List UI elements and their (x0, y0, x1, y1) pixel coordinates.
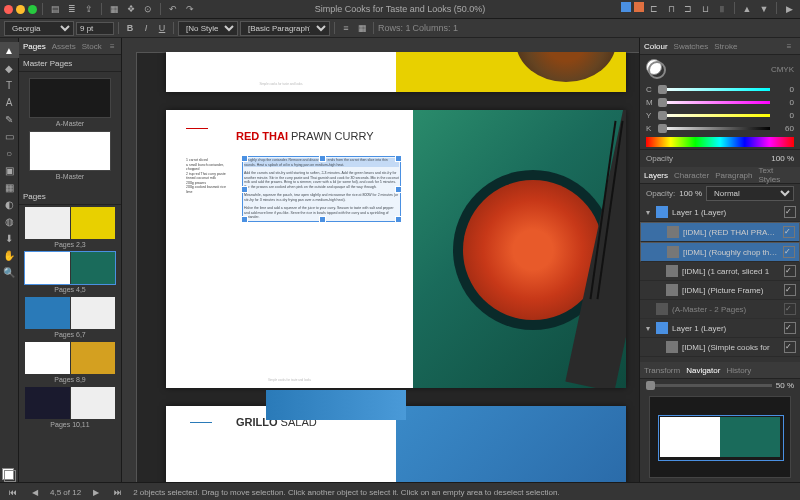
first-page-icon[interactable]: ⏮ (6, 485, 20, 499)
minimize-window-button[interactable] (16, 5, 25, 14)
italic-icon[interactable]: I (139, 21, 153, 35)
distribute-icon[interactable]: ⫴ (715, 2, 729, 16)
magenta-slider[interactable] (658, 101, 770, 104)
font-size-input[interactable] (76, 22, 114, 35)
layer-row[interactable]: [IDML] (Roughly chop the c✓ (640, 242, 800, 262)
bold-icon[interactable]: B (123, 21, 137, 35)
tab-stock[interactable]: Stock (82, 42, 102, 51)
next-page-icon[interactable]: ▶ (89, 485, 103, 499)
layer-row[interactable]: [IDML] (RED THAI PRAWN C✓ (640, 222, 800, 242)
tab-pages[interactable]: Pages (23, 42, 46, 51)
layer-opacity-value[interactable]: 100 % (679, 189, 702, 198)
font-family-select[interactable]: Georgia (4, 21, 74, 36)
transparency-tool[interactable]: ◍ (2, 214, 16, 228)
align-right-icon[interactable]: ⊐ (681, 2, 695, 16)
layer-row[interactable]: [IDML] (1 carrot, sliced 1✓ (640, 262, 800, 281)
snap-icon[interactable]: ❖ (124, 2, 138, 16)
black-slider[interactable]: .slider:nth-of-type(1)::after{left:0} (658, 127, 770, 130)
text-tool-icon[interactable] (621, 2, 631, 12)
ellipse-tool[interactable]: ○ (2, 146, 16, 160)
visibility-checkbox[interactable]: ✓ (784, 341, 796, 353)
export-icon[interactable]: ⇪ (82, 2, 96, 16)
back-icon[interactable]: ▼ (757, 2, 771, 16)
table-tool[interactable]: ▦ (2, 180, 16, 194)
stroke-colour[interactable] (648, 61, 666, 79)
body-text-frame[interactable]: Roughly chop the coriander. Remove and d… (244, 158, 399, 220)
layer-row[interactable]: ▾Layer 1 (Layer)✓ (640, 203, 800, 222)
tab-text-styles[interactable]: Text Styles (759, 166, 797, 184)
spread-2-3[interactable] (25, 207, 115, 239)
disclosure-icon[interactable] (654, 340, 662, 354)
tab-swatches[interactable]: Swatches (674, 42, 709, 51)
panel-menu-icon[interactable]: ≡ (108, 39, 117, 53)
colour-mode[interactable]: CMYK (771, 65, 794, 74)
canvas[interactable]: Simple cooks for taste and looks RED THA… (122, 38, 639, 482)
tab-assets[interactable]: Assets (52, 42, 76, 51)
yellow-slider[interactable] (658, 114, 770, 117)
visibility-checkbox[interactable]: ✓ (784, 206, 796, 218)
visibility-checkbox[interactable]: ✓ (783, 246, 795, 258)
disclosure-icon[interactable] (644, 302, 652, 316)
disclosure-icon[interactable] (655, 225, 663, 239)
page-indicator[interactable]: 4,5 of 12 (50, 488, 81, 497)
layers-icon[interactable]: ≣ (65, 2, 79, 16)
align-center-icon[interactable]: ⊓ (664, 2, 678, 16)
para-style-select[interactable]: [Basic Paragraph] (240, 21, 330, 36)
file-icon[interactable]: ▤ (48, 2, 62, 16)
preview-icon[interactable]: ▶ (782, 2, 796, 16)
last-page-icon[interactable]: ⏭ (111, 485, 125, 499)
zoom-slider[interactable] (646, 384, 772, 387)
disclosure-icon[interactable] (654, 264, 662, 278)
visibility-checkbox[interactable]: ✓ (784, 284, 796, 296)
underline-icon[interactable]: U (155, 21, 169, 35)
layer-row[interactable]: ▾Layer 1 (Layer)✓ (640, 319, 800, 338)
list-icon[interactable]: ≡ (339, 21, 353, 35)
maximize-window-button[interactable] (28, 5, 37, 14)
spread-10-11[interactable] (25, 387, 115, 419)
close-window-button[interactable] (4, 5, 13, 14)
spread-8-9[interactable] (25, 342, 115, 374)
tab-character[interactable]: Character (674, 171, 709, 180)
picture-frame-tool[interactable]: ▣ (2, 163, 16, 177)
fill-tool[interactable]: ◐ (2, 197, 16, 211)
table-icon[interactable]: ▦ (355, 21, 369, 35)
artistic-text-tool[interactable]: A (2, 95, 16, 109)
move-tool[interactable]: ▲ (0, 42, 19, 58)
disclosure-icon[interactable] (655, 245, 663, 259)
visibility-checkbox[interactable]: ✓ (784, 265, 796, 277)
grid-icon[interactable]: ▦ (107, 2, 121, 16)
stroke-swatch[interactable] (4, 470, 16, 482)
panel-menu-icon[interactable]: ≡ (782, 39, 796, 53)
text-tool[interactable]: T (2, 78, 16, 92)
tab-paragraph[interactable]: Paragraph (715, 171, 752, 180)
prev-page-icon[interactable]: ◀ (28, 485, 42, 499)
align-left-icon[interactable]: ⊏ (647, 2, 661, 16)
zoom-value[interactable]: 50 % (776, 381, 794, 390)
layer-row[interactable]: [IDML] (Picture Frame)✓ (640, 281, 800, 300)
tab-history[interactable]: History (726, 366, 751, 375)
tab-layers[interactable]: Layers (644, 171, 668, 180)
master-b-thumb[interactable] (29, 131, 111, 171)
tab-colour[interactable]: Colour (644, 42, 668, 51)
rect-tool[interactable]: ▭ (2, 129, 16, 143)
spread-6-7[interactable] (25, 297, 115, 329)
undo-icon[interactable]: ↶ (166, 2, 180, 16)
cyan-slider[interactable] (658, 88, 770, 91)
disclosure-icon[interactable]: ▾ (644, 321, 652, 335)
spectrum-bar[interactable] (646, 137, 794, 147)
layer-row[interactable]: (A-Master - 2 Pages)✓ (640, 300, 800, 319)
zoom-tool[interactable]: 🔍 (2, 265, 16, 279)
disclosure-icon[interactable] (654, 283, 662, 297)
visibility-checkbox[interactable]: ✓ (784, 322, 796, 334)
disclosure-icon[interactable]: ▾ (644, 205, 652, 219)
opacity-value[interactable]: 100 % (771, 154, 794, 163)
tab-stroke[interactable]: Stroke (714, 42, 737, 51)
layer-row[interactable]: [IDML] (Simple cooks for✓ (640, 338, 800, 357)
redo-icon[interactable]: ↷ (183, 2, 197, 16)
pen-tool[interactable]: ✎ (2, 112, 16, 126)
blend-mode-select[interactable]: Normal (706, 186, 794, 201)
front-icon[interactable]: ▲ (740, 2, 754, 16)
magnet-icon[interactable]: ⊙ (141, 2, 155, 16)
visibility-checkbox[interactable]: ✓ (784, 303, 796, 315)
master-a-thumb[interactable] (29, 78, 111, 118)
